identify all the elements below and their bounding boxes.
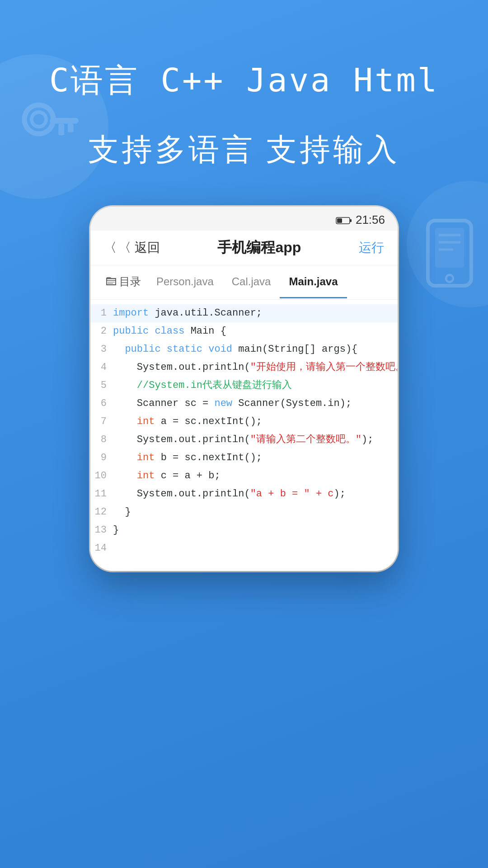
line-number-4: 4 — [90, 360, 113, 375]
tab-person-java[interactable]: Person.java — [147, 266, 223, 298]
tab-main-java[interactable]: Main.java — [280, 266, 347, 298]
line-content-5: //System.in代表从键盘进行输入 — [113, 378, 398, 393]
app-header: 〈 〈 返回 手机编程app 运行 — [90, 231, 398, 265]
line-number-5: 5 — [90, 378, 113, 393]
code-line-14: 14 — [90, 539, 398, 557]
code-line-13: 13} — [90, 521, 398, 539]
directory-label: 目录 — [119, 274, 141, 289]
code-line-9: 9 int b = sc.nextInt(); — [90, 449, 398, 467]
code-line-4: 4 System.out.println("开始使用，请输入第一个整数吧。"); — [90, 359, 398, 377]
app-title: 手机编程app — [217, 238, 301, 258]
code-line-10: 10 int c = a + b; — [90, 467, 398, 485]
back-button[interactable]: 〈 〈 返回 — [104, 239, 160, 256]
run-button[interactable]: 运行 — [359, 239, 384, 256]
hero-section: C语言 C++ Java Html 支持多语言 支持输入 — [0, 0, 488, 170]
tab-main-java-label: Main.java — [289, 275, 338, 288]
code-line-1: 1import java.util.Scanner; — [90, 304, 398, 322]
tab-cal-java-label: Cal.java — [232, 275, 271, 288]
code-line-8: 8 System.out.println("请输入第二个整数吧。"); — [90, 431, 398, 449]
code-line-6: 6 Scanner sc = new Scanner(System.in); — [90, 395, 398, 413]
line-number-12: 12 — [90, 505, 113, 520]
phone-container: 27 21:56 〈 〈 返回 手机编程app 运行 — [0, 207, 488, 571]
line-content-12: } — [113, 505, 398, 520]
line-number-11: 11 — [90, 486, 113, 502]
code-line-3: 3 public static void main(String[] args)… — [90, 340, 398, 359]
line-content-2: public class Main { — [113, 324, 398, 339]
line-content-7: int a = sc.nextInt(); — [113, 414, 398, 429]
line-content-3: public static void main(String[] args){ — [113, 342, 398, 357]
line-number-9: 9 — [90, 450, 113, 466]
svg-text:27: 27 — [338, 220, 342, 224]
code-line-11: 11 System.out.println("a + b = " + c); — [90, 485, 398, 503]
line-number-1: 1 — [90, 306, 113, 321]
code-line-12: 12 } — [90, 503, 398, 521]
tabs-bar: 目录 Person.java Cal.java Main.java — [90, 265, 398, 300]
directory-tab[interactable]: 目录 — [99, 265, 147, 299]
hero-title: C语言 C++ Java Html — [0, 59, 488, 102]
line-number-13: 13 — [90, 523, 113, 538]
line-number-10: 10 — [90, 468, 113, 484]
svg-rect-12 — [350, 219, 352, 222]
line-number-7: 7 — [90, 414, 113, 429]
tab-cal-java[interactable]: Cal.java — [223, 266, 280, 298]
phone-mockup: 27 21:56 〈 〈 返回 手机编程app 运行 — [90, 207, 398, 571]
line-number-2: 2 — [90, 324, 113, 339]
line-content-1: import java.util.Scanner; — [113, 306, 398, 321]
line-number-6: 6 — [90, 396, 113, 411]
line-content-4: System.out.println("开始使用，请输入第一个整数吧。"); — [113, 360, 398, 375]
line-content-10: int c = a + b; — [113, 468, 398, 484]
hero-subtitle: 支持多语言 支持输入 — [0, 129, 488, 170]
code-editor[interactable]: 1import java.util.Scanner;2public class … — [90, 300, 398, 571]
directory-icon — [106, 277, 117, 287]
code-line-7: 7 int a = sc.nextInt(); — [90, 413, 398, 431]
status-time: 21:56 — [356, 213, 385, 227]
status-bar: 27 21:56 — [90, 207, 398, 231]
line-number-8: 8 — [90, 432, 113, 448]
line-content-11: System.out.println("a + b = " + c); — [113, 486, 398, 502]
line-content-13: } — [113, 523, 398, 538]
line-content-9: int b = sc.nextInt(); — [113, 450, 398, 466]
code-line-2: 2public class Main { — [90, 322, 398, 340]
line-content-8: System.out.println("请输入第二个整数吧。"); — [113, 432, 398, 448]
tab-person-java-label: Person.java — [156, 275, 214, 288]
back-chevron-icon: 〈 — [104, 239, 117, 256]
back-label: 〈 返回 — [118, 239, 160, 256]
code-line-5: 5 //System.in代表从键盘进行输入 — [90, 377, 398, 395]
line-number-3: 3 — [90, 342, 113, 357]
line-content-6: Scanner sc = new Scanner(System.in); — [113, 396, 398, 411]
battery-indicator: 27 — [336, 214, 352, 226]
line-number-14: 14 — [90, 541, 113, 556]
